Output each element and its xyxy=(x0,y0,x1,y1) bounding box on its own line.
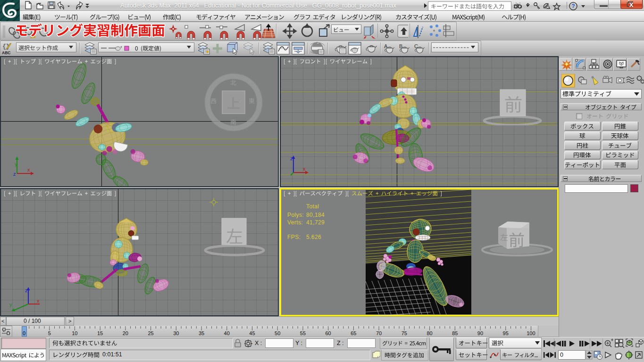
svg-text:C: C xyxy=(414,43,418,49)
svg-text:B: B xyxy=(399,43,402,49)
svg-text:?: ? xyxy=(571,3,575,9)
svg-text:A: A xyxy=(384,43,388,49)
svg-text:X: X xyxy=(629,1,634,8)
svg-text:ABC: ABC xyxy=(2,50,10,55)
